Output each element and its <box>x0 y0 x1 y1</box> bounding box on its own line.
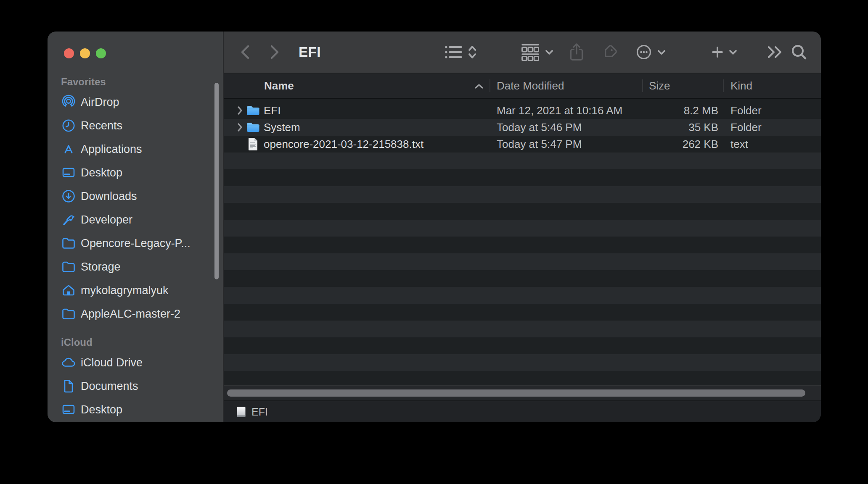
disclosure-chevron-icon[interactable] <box>237 123 243 132</box>
sidebar-item-label: AirDrop <box>81 96 119 109</box>
ellipsis-circle-icon <box>636 44 652 60</box>
file-kind: text <box>723 138 821 151</box>
file-kind: Folder <box>723 104 821 117</box>
table-row[interactable]: opencore-2021-03-12-215838.txt Today at … <box>224 136 821 153</box>
sidebar-scrollbar[interactable] <box>214 83 219 279</box>
sidebar-item-label: Documents <box>81 380 138 393</box>
group-by-icon <box>521 43 540 61</box>
column-divider[interactable] <box>490 79 490 92</box>
plus-icon <box>712 46 723 58</box>
sidebar-item-icloud-drive[interactable]: iCloud Drive <box>60 351 223 374</box>
search-icon <box>791 44 807 60</box>
sidebar-item-label: Developer <box>81 213 132 226</box>
column-header-size[interactable]: Size <box>642 79 723 92</box>
sidebar-item-recents[interactable]: Recents <box>60 114 223 137</box>
file-size: 35 KB <box>642 121 723 134</box>
clock-icon <box>60 117 77 134</box>
window-controls <box>64 48 106 58</box>
chevron-down-icon <box>657 50 666 55</box>
close-button[interactable] <box>64 48 74 58</box>
chevron-down-icon <box>545 50 553 55</box>
sidebar-content: Favorites AirDrop <box>48 32 223 421</box>
desktop-icon <box>60 164 77 181</box>
file-date: Today at 5:46 PM <box>490 121 642 134</box>
chevron-right-icon <box>269 45 280 60</box>
column-divider[interactable] <box>642 79 643 92</box>
file-date: Mar 12, 2021 at 10:16 AM <box>490 104 642 117</box>
sort-ascending-icon <box>474 84 484 89</box>
status-path-item[interactable]: EFI <box>251 406 268 418</box>
sidebar-section-icloud: iCloud <box>60 337 223 351</box>
download-icon <box>60 188 77 205</box>
sidebar-item-downloads[interactable]: Downloads <box>60 184 223 208</box>
up-down-chevrons-icon <box>468 45 477 60</box>
drive-icon <box>236 406 246 418</box>
sidebar-item-label: Storage <box>81 260 121 274</box>
text-document-icon <box>247 137 259 151</box>
chevron-left-icon <box>240 45 251 60</box>
file-size: 262 KB <box>642 138 723 151</box>
sidebar-item-applealc[interactable]: AppleALC-master-2 <box>60 302 223 326</box>
folder-icon <box>246 122 260 133</box>
sidebar-item-label: Downloads <box>81 190 137 203</box>
column-header-name[interactable]: Name <box>224 79 490 92</box>
folder-icon <box>60 258 77 275</box>
column-divider[interactable] <box>723 79 724 92</box>
sidebar-item-label: Desktop <box>81 403 122 416</box>
table-row[interactable]: System Today at 5:46 PM 35 KB Folder <box>224 119 821 136</box>
column-header-kind[interactable]: Kind <box>723 79 821 92</box>
sidebar-item-label: Applications <box>81 143 142 156</box>
airdrop-icon <box>60 94 77 110</box>
toolbar: EFI <box>224 32 821 74</box>
sidebar: Favorites AirDrop <box>48 32 224 422</box>
file-list: EFI Mar 12, 2021 at 10:16 AM 8.2 MB Fold… <box>224 99 821 385</box>
sidebar-item-desktop-icloud[interactable]: Desktop <box>60 398 223 421</box>
folder-icon <box>246 105 260 116</box>
toolbar-overflow-button[interactable] <box>767 32 782 73</box>
sidebar-section-favorites: Favorites <box>60 76 223 90</box>
bottom-bars: EFI <box>224 385 821 422</box>
list-column-headers: Name Date Modified Size Kind <box>224 74 821 99</box>
disclosure-chevron-icon[interactable] <box>237 106 243 115</box>
appstore-icon <box>60 141 77 158</box>
tag-icon <box>601 43 619 61</box>
finder-window: Favorites AirDrop <box>48 32 821 422</box>
more-actions-button[interactable] <box>636 32 666 73</box>
folder-icon <box>60 305 77 322</box>
horizontal-scrollbar-track[interactable] <box>224 385 821 400</box>
file-kind: Folder <box>723 121 821 134</box>
cloud-icon <box>60 354 77 371</box>
table-row[interactable]: EFI Mar 12, 2021 at 10:16 AM 8.2 MB Fold… <box>224 102 821 119</box>
main-pane: EFI <box>224 32 821 422</box>
sidebar-item-desktop[interactable]: Desktop <box>60 161 223 184</box>
window-title: EFI <box>299 32 321 73</box>
share-button[interactable] <box>569 32 585 73</box>
sidebar-item-applications[interactable]: Applications <box>60 137 223 161</box>
sidebar-item-label: iCloud Drive <box>81 356 143 369</box>
sidebar-item-label: Recents <box>81 119 122 132</box>
sidebar-item-documents[interactable]: Documents <box>60 374 223 398</box>
group-by-button[interactable] <box>521 32 553 73</box>
tag-button[interactable] <box>601 32 619 73</box>
horizontal-scrollbar-thumb[interactable] <box>227 389 805 397</box>
sidebar-item-developer[interactable]: Developer <box>60 208 223 231</box>
sidebar-item-label: Desktop <box>81 166 122 179</box>
sidebar-item-airdrop[interactable]: AirDrop <box>60 90 223 114</box>
list-view-icon <box>445 45 462 59</box>
back-button[interactable] <box>240 32 251 73</box>
minimize-button[interactable] <box>80 48 90 58</box>
column-header-date-modified[interactable]: Date Modified <box>490 79 642 92</box>
view-selector-button[interactable] <box>445 32 477 73</box>
document-icon <box>60 378 77 395</box>
sidebar-item-label: Opencore-Legacy-P... <box>81 237 191 250</box>
forward-button[interactable] <box>269 32 280 73</box>
new-item-button[interactable] <box>712 32 737 73</box>
desktop-icon <box>60 401 77 418</box>
search-button[interactable] <box>791 32 807 73</box>
zoom-button[interactable] <box>96 48 106 58</box>
sidebar-item-home[interactable]: mykolagrymalyuk <box>60 279 223 302</box>
double-chevron-right-icon <box>767 45 782 59</box>
hammer-icon <box>60 211 77 228</box>
sidebar-item-opencore-legacy[interactable]: Opencore-Legacy-P... <box>60 231 223 255</box>
sidebar-item-storage[interactable]: Storage <box>60 255 223 279</box>
